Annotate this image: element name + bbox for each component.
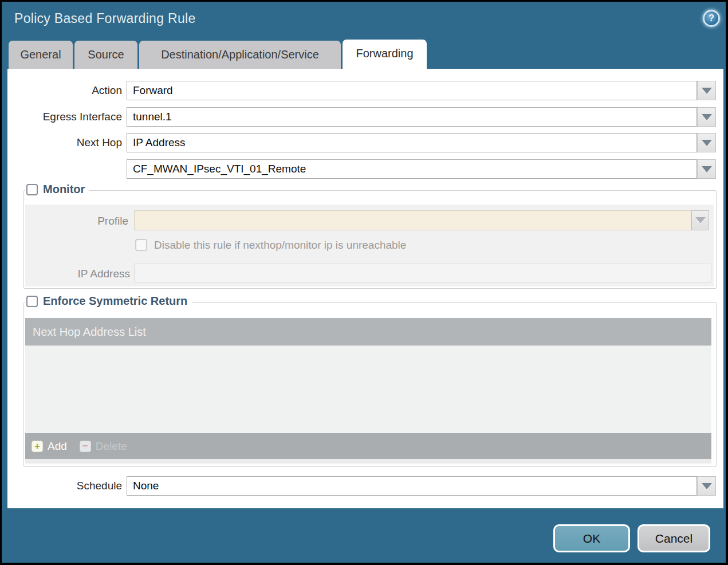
- add-button-label: Add: [48, 440, 67, 453]
- schedule-dropdown-button[interactable]: [697, 476, 716, 496]
- monitor-panel: Profile Disable this rule if nexthop/mon…: [25, 205, 714, 287]
- egress-interface-dropdown-button[interactable]: [697, 107, 716, 127]
- monitor-legend: Monitor: [25, 183, 89, 196]
- egress-interface-select[interactable]: tunnel.1: [127, 107, 697, 127]
- action-dropdown-button[interactable]: [697, 81, 716, 100]
- delete-button-label: Delete: [96, 440, 127, 453]
- chevron-down-icon: [695, 217, 706, 223]
- chevron-down-icon: [702, 88, 712, 94]
- table-footer: + Add − Delete: [25, 433, 711, 459]
- disable-rule-label: Disable this rule if nexthop/monitor ip …: [154, 239, 406, 252]
- monitor-section: Monitor Profile Disable this rule if nex…: [23, 190, 717, 289]
- next-hop-address-table: Next Hop Address List + Add − Delete: [25, 318, 711, 464]
- table-body[interactable]: [25, 346, 711, 433]
- tab-destination-application-service[interactable]: Destination/Application/Service: [139, 41, 341, 69]
- disable-rule-checkbox: [135, 239, 147, 251]
- action-select[interactable]: Forward: [127, 81, 697, 100]
- chevron-down-icon: [702, 483, 712, 489]
- chevron-down-icon: [702, 114, 712, 120]
- monitor-ip-address-label: IP Address: [15, 264, 130, 284]
- tab-general[interactable]: General: [9, 41, 73, 69]
- symmetric-return-legend-label: Enforce Symmetric Return: [43, 295, 187, 308]
- next-hop-type-dropdown-button[interactable]: [697, 133, 716, 152]
- cancel-button[interactable]: Cancel: [638, 524, 710, 552]
- tab-source[interactable]: Source: [74, 41, 137, 69]
- schedule-label: Schedule: [7, 476, 122, 496]
- dialog-title: Policy Based Forwarding Rule: [14, 11, 196, 26]
- next-hop-type-select[interactable]: IP Address: [127, 133, 697, 152]
- symmetric-return-legend: Enforce Symmetric Return: [25, 295, 192, 308]
- profile-select[interactable]: [134, 210, 691, 230]
- next-hop-address-select[interactable]: CF_MWAN_IPsec_VTI_01_Remote: [127, 159, 697, 179]
- next-hop-label: Next Hop: [7, 133, 122, 152]
- ok-button[interactable]: OK: [553, 524, 630, 552]
- delete-minus-icon: −: [80, 441, 91, 452]
- action-label: Action: [7, 81, 122, 100]
- symmetric-return-section: Enforce Symmetric Return Next Hop Addres…: [23, 302, 717, 467]
- table-scroll-strip: [25, 459, 711, 464]
- next-hop-address-dropdown-button[interactable]: [697, 159, 716, 179]
- profile-label: Profile: [14, 211, 128, 231]
- monitor-legend-label: Monitor: [43, 183, 85, 196]
- chevron-down-icon: [702, 140, 712, 146]
- profile-dropdown-button: [691, 210, 709, 230]
- help-icon[interactable]: ?: [703, 10, 720, 27]
- pbf-rule-dialog: Policy Based Forwarding Rule ? General S…: [0, 0, 728, 565]
- dialog-frame: Policy Based Forwarding Rule ? General S…: [2, 2, 726, 563]
- monitor-checkbox[interactable]: [26, 184, 38, 195]
- chevron-down-icon: [702, 166, 712, 172]
- delete-button: − Delete: [67, 440, 127, 453]
- forwarding-tab-panel: Action Forward Egress Interface tunnel.1…: [7, 69, 723, 508]
- add-plus-icon: +: [32, 441, 43, 452]
- tab-forwarding[interactable]: Forwarding: [343, 40, 427, 69]
- monitor-ip-address-input: [134, 264, 711, 282]
- table-header-next-hop-address-list: Next Hop Address List: [25, 318, 711, 346]
- egress-interface-label: Egress Interface: [7, 107, 122, 127]
- add-button[interactable]: + Add: [25, 440, 67, 453]
- schedule-select[interactable]: None: [127, 476, 697, 496]
- enforce-symmetric-return-checkbox[interactable]: [26, 296, 38, 307]
